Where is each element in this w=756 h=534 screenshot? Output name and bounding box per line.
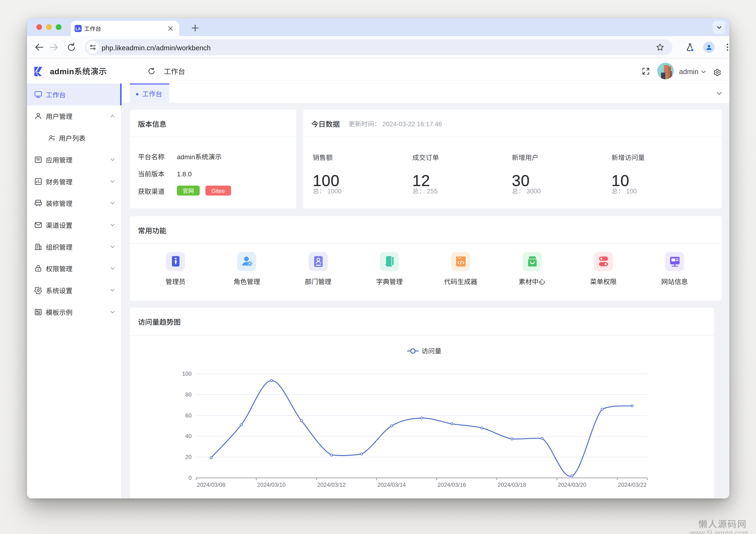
svg-text:60: 60	[185, 411, 192, 419]
svg-text:40: 40	[185, 432, 192, 440]
svg-text:2024/03/08: 2024/03/08	[197, 480, 225, 489]
svg-text:访问量: 访问量	[421, 346, 442, 355]
svg-text:20: 20	[185, 452, 192, 461]
svg-text:2024/03/14: 2024/03/14	[377, 480, 406, 489]
svg-text:2024/03/10: 2024/03/10	[257, 480, 285, 489]
svg-text:80: 80	[185, 390, 192, 398]
svg-text:2024/03/22: 2024/03/22	[618, 480, 647, 489]
svg-text:100: 100	[182, 369, 192, 377]
svg-text:2024/03/16: 2024/03/16	[438, 480, 466, 489]
svg-text:2024/03/12: 2024/03/12	[317, 480, 346, 489]
svg-text:2024/03/18: 2024/03/18	[498, 480, 526, 489]
svg-text:0: 0	[189, 473, 192, 482]
svg-text:2024/03/20: 2024/03/20	[558, 480, 586, 489]
